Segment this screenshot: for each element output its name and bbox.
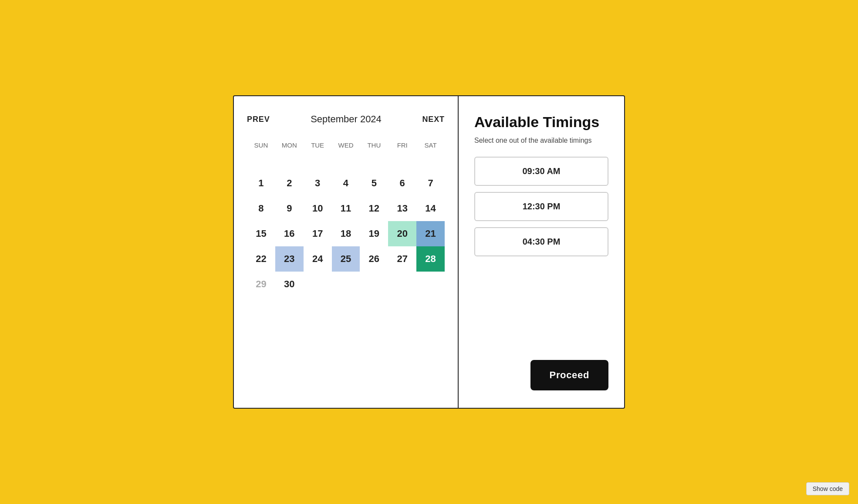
day-header-sun: SUN: [247, 138, 275, 157]
calendar-day-empty-0-2: [304, 157, 332, 171]
timings-subtitle: Select one out of the available timings: [474, 137, 608, 144]
calendar-day-26[interactable]: 26: [360, 246, 388, 272]
calendar-day-12[interactable]: 12: [360, 196, 388, 221]
calendar-day-empty-0-4: [360, 157, 388, 171]
calendar-day-empty-5-3: [332, 272, 360, 297]
calendar-day-empty-5-5: [388, 272, 416, 297]
calendar-month-title: September 2024: [311, 114, 382, 125]
day-header-thu: THU: [360, 138, 388, 157]
day-header-fri: FRI: [388, 138, 416, 157]
calendar-day-9[interactable]: 9: [275, 196, 304, 221]
calendar-day-empty-5-2: [304, 272, 332, 297]
calendar-grid: SUNMONTUEWEDTHUFRISAT1234567891011121314…: [247, 138, 445, 297]
calendar-day-empty-5-6: [416, 272, 445, 297]
calendar-day-22[interactable]: 22: [247, 246, 275, 272]
calendar-day-28[interactable]: 28: [416, 246, 445, 272]
calendar-day-21[interactable]: 21: [416, 221, 445, 246]
calendar-day-empty-5-4: [360, 272, 388, 297]
timing-option-2[interactable]: 04:30 PM: [474, 227, 608, 256]
timing-options-list: 09:30 AM12:30 PM04:30 PM: [474, 157, 608, 262]
calendar-day-empty-0-6: [416, 157, 445, 171]
timings-title: Available Timings: [474, 114, 608, 131]
calendar-day-19[interactable]: 19: [360, 221, 388, 246]
timings-panel: Available Timings Select one out of the …: [459, 96, 624, 408]
timing-option-0[interactable]: 09:30 AM: [474, 157, 608, 186]
calendar-day-5[interactable]: 5: [360, 171, 388, 196]
calendar-day-17[interactable]: 17: [304, 221, 332, 246]
calendar-day-20[interactable]: 20: [388, 221, 416, 246]
calendar-day-11[interactable]: 11: [332, 196, 360, 221]
calendar-day-empty-0-3: [332, 157, 360, 171]
main-container: PREV September 2024 NEXT SUNMONTUEWEDTHU…: [233, 95, 625, 409]
calendar-day-15[interactable]: 15: [247, 221, 275, 246]
calendar-header: PREV September 2024 NEXT: [247, 114, 445, 125]
calendar-day-13[interactable]: 13: [388, 196, 416, 221]
day-header-wed: WED: [332, 138, 360, 157]
calendar-day-empty-0-1: [275, 157, 304, 171]
calendar-day-2[interactable]: 2: [275, 171, 304, 196]
calendar-day-empty-0-0: [247, 157, 275, 171]
calendar-day-24[interactable]: 24: [304, 246, 332, 272]
calendar-day-3[interactable]: 3: [304, 171, 332, 196]
calendar-day-4[interactable]: 4: [332, 171, 360, 196]
calendar-day-6[interactable]: 6: [388, 171, 416, 196]
calendar-day-27[interactable]: 27: [388, 246, 416, 272]
calendar-day-10[interactable]: 10: [304, 196, 332, 221]
proceed-button[interactable]: Proceed: [530, 360, 608, 390]
calendar-day-25[interactable]: 25: [332, 246, 360, 272]
day-header-tue: TUE: [304, 138, 332, 157]
day-header-mon: MON: [275, 138, 304, 157]
timing-option-1[interactable]: 12:30 PM: [474, 192, 608, 221]
calendar-day-16[interactable]: 16: [275, 221, 304, 246]
calendar-day-30[interactable]: 30: [275, 272, 304, 297]
calendar-day-7[interactable]: 7: [416, 171, 445, 196]
calendar-day-23[interactable]: 23: [275, 246, 304, 272]
calendar-day-8[interactable]: 8: [247, 196, 275, 221]
next-button[interactable]: NEXT: [422, 115, 445, 124]
show-code-button[interactable]: Show code: [806, 482, 849, 495]
calendar-day-1[interactable]: 1: [247, 171, 275, 196]
calendar-day-18[interactable]: 18: [332, 221, 360, 246]
calendar-day-14[interactable]: 14: [416, 196, 445, 221]
day-header-sat: SAT: [416, 138, 445, 157]
calendar-panel: PREV September 2024 NEXT SUNMONTUEWEDTHU…: [234, 96, 459, 408]
calendar-day-empty-0-5: [388, 157, 416, 171]
prev-button[interactable]: PREV: [247, 115, 270, 124]
calendar-day-29[interactable]: 29: [247, 272, 275, 297]
